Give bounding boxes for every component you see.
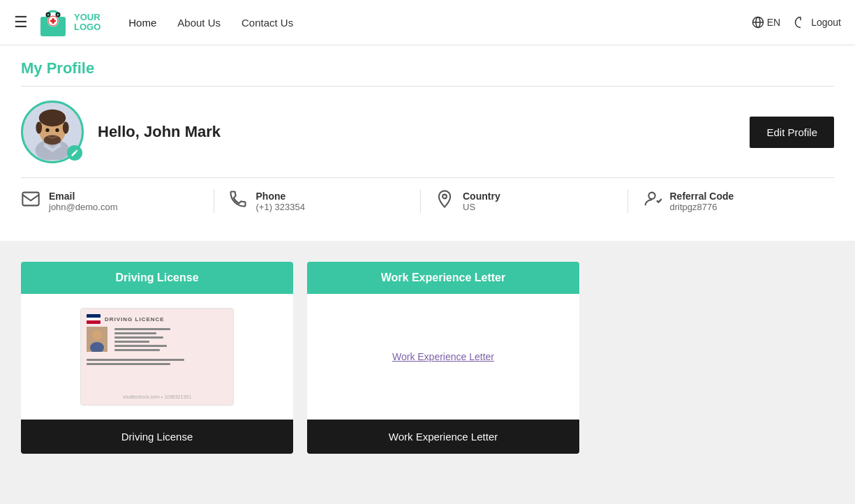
info-divider — [21, 177, 834, 178]
referral-label: Referral Code — [670, 191, 734, 202]
work-experience-card: Work Experience Letter Work Experience L… — [307, 262, 579, 454]
svg-rect-4 — [50, 20, 56, 22]
main-content: My Profile — [0, 45, 855, 241]
nav-contact[interactable]: Contact Us — [241, 17, 293, 29]
location-icon — [435, 189, 454, 213]
phone-value: (+1) 323354 — [256, 202, 305, 212]
email-value: john@demo.com — [49, 202, 117, 212]
nav-about[interactable]: About Us — [177, 17, 221, 29]
driving-license-card: Driving License DRIVING LICENCE — [21, 262, 293, 454]
nav-home[interactable]: Home — [128, 17, 156, 29]
referral-info: Referral Code dritpgz8776 — [628, 189, 835, 213]
driving-license-footer[interactable]: Driving License — [21, 420, 293, 454]
logo-icon — [36, 6, 70, 39]
email-icon — [21, 189, 40, 213]
driving-license-header: Driving License — [21, 262, 293, 294]
page-title: My Profile — [21, 59, 834, 77]
license-photo — [87, 327, 107, 352]
work-experience-link[interactable]: Work Experience Letter — [392, 351, 494, 362]
country-value: US — [463, 202, 500, 212]
svg-point-17 — [45, 128, 49, 132]
logout-button[interactable]: Logout — [794, 16, 841, 29]
license-title: DRIVING LICENCE — [105, 316, 165, 323]
profile-name-wrapper: Hello, John Mark — [98, 123, 221, 141]
info-row: Email john@demo.com Phone (+1) 323354 — [21, 189, 834, 220]
power-icon — [794, 16, 807, 29]
svg-point-21 — [648, 193, 655, 199]
nav-links: Home About Us Contact Us — [128, 17, 751, 29]
documents-section: Driving License DRIVING LICENCE — [0, 241, 855, 475]
language-button[interactable]: EN — [752, 16, 780, 29]
svg-point-23 — [92, 330, 102, 340]
globe-icon — [752, 16, 764, 29]
profile-section: Hello, John Mark Edit Profile — [21, 101, 834, 163]
work-experience-footer[interactable]: Work Experience Letter — [307, 420, 579, 454]
navbar-right: EN Logout — [752, 16, 841, 29]
svg-rect-19 — [22, 193, 38, 206]
avatar-edit-badge[interactable] — [67, 145, 82, 161]
avatar-wrapper — [21, 101, 84, 163]
title-divider — [21, 86, 834, 87]
navbar: ☰ YOUR LOGO Home About Us Contact Us — [0, 0, 855, 45]
language-label: EN — [767, 17, 780, 28]
hamburger-icon[interactable]: ☰ — [14, 13, 28, 31]
phone-label: Phone — [256, 191, 305, 202]
country-label: Country — [463, 191, 500, 202]
profile-greeting: Hello, John Mark — [98, 123, 221, 141]
phone-icon — [228, 189, 248, 213]
svg-point-16 — [44, 135, 61, 144]
country-info: Country US — [421, 189, 628, 213]
referral-icon — [642, 189, 662, 213]
svg-point-20 — [443, 195, 447, 199]
pencil-icon — [70, 149, 79, 157]
phone-info: Phone (+1) 323354 — [214, 189, 422, 213]
work-experience-body: Work Experience Letter — [307, 294, 579, 420]
logo[interactable]: YOUR LOGO — [36, 6, 101, 39]
license-flag — [87, 314, 101, 324]
email-info: Email john@demo.com — [21, 189, 214, 213]
referral-value: dritpgz8776 — [670, 202, 734, 212]
logo-text: YOUR LOGO — [74, 13, 101, 33]
driving-license-body: DRIVING LICENCE — [21, 294, 293, 420]
svg-point-14 — [36, 121, 42, 134]
email-label: Email — [49, 191, 117, 202]
license-watermark: shutterstock.com • 1098321391 — [87, 392, 228, 399]
svg-point-18 — [55, 128, 59, 132]
license-lines — [114, 328, 170, 355]
svg-point-15 — [63, 121, 69, 134]
edit-profile-button[interactable]: Edit Profile — [750, 117, 834, 148]
driving-license-image: DRIVING LICENCE — [80, 308, 234, 406]
svg-point-13 — [39, 110, 66, 127]
work-experience-header: Work Experience Letter — [307, 262, 579, 294]
logout-label: Logout — [811, 17, 841, 28]
